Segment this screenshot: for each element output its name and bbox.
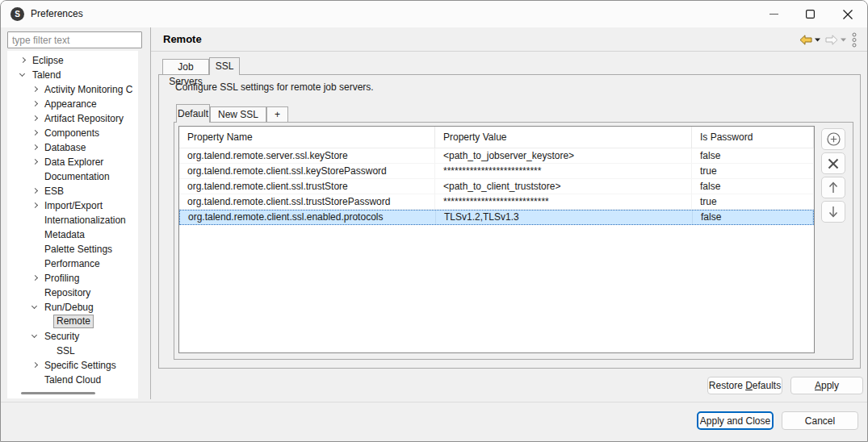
- filter-input[interactable]: [7, 31, 142, 48]
- chevron-right-icon[interactable]: [32, 188, 38, 194]
- arrow-up-icon: [828, 181, 838, 194]
- maximize-button[interactable]: [792, 1, 828, 27]
- delete-icon: [828, 158, 839, 169]
- forward-button[interactable]: [825, 35, 846, 45]
- cancel-button[interactable]: Cancel: [782, 411, 858, 430]
- tab-default[interactable]: Default: [176, 104, 210, 123]
- chevron-right-icon[interactable]: [32, 101, 38, 106]
- maximize-icon: [806, 10, 815, 19]
- minimize-icon: [769, 10, 778, 19]
- table-row[interactable]: org.talend.remote.client.ssl.keyStorePas…: [179, 164, 814, 179]
- chevron-down-icon[interactable]: [31, 332, 37, 338]
- forward-arrow-icon: [825, 35, 838, 45]
- apply-and-close-button[interactable]: Apply and Close: [697, 411, 774, 430]
- table-row[interactable]: org.talend.remote.server.ssl.keyStore <p…: [179, 148, 814, 164]
- title-bar: S Preferences: [1, 1, 867, 27]
- move-up-button[interactable]: [821, 177, 845, 198]
- apply-button[interactable]: Apply: [790, 377, 863, 394]
- chevron-right-icon[interactable]: [32, 144, 38, 150]
- preferences-tree: Eclipse Talend Activity Monitoring C App…: [7, 51, 138, 398]
- table-row[interactable]: org.talend.remote.client.ssl.trustStoreP…: [179, 194, 814, 210]
- talend-logo-icon: S: [10, 7, 24, 21]
- tab-new-ssl[interactable]: New SSL: [210, 106, 266, 123]
- chevron-right-icon[interactable]: [32, 130, 38, 136]
- bottom-separator: [1, 402, 868, 402]
- ssl-description: Configure SSL settings for remote job se…: [175, 81, 374, 93]
- ssl-properties-table: Property Name Property Value Is Password…: [178, 126, 815, 353]
- tree-horizontal-scrollbar[interactable]: [21, 392, 95, 394]
- chevron-right-icon[interactable]: [32, 202, 38, 208]
- arrow-down-icon: [828, 206, 838, 218]
- back-button[interactable]: [799, 35, 820, 45]
- header-separator: [151, 51, 868, 52]
- restore-defaults-button[interactable]: Restore Defaults: [707, 377, 782, 394]
- window-title: Preferences: [31, 8, 83, 19]
- table-row-selected[interactable]: org.talend.remote.client.ssl.enabled.pro…: [179, 210, 814, 225]
- column-header-is-password[interactable]: Is Password: [692, 127, 814, 148]
- back-dropdown-icon[interactable]: [815, 38, 820, 42]
- move-down-button[interactable]: [821, 201, 845, 223]
- chevron-right-icon[interactable]: [32, 159, 38, 165]
- chevron-right-icon[interactable]: [32, 86, 38, 92]
- chevron-down-icon[interactable]: [19, 71, 25, 77]
- column-header-property-value[interactable]: Property Value: [435, 127, 692, 148]
- column-header-property-name[interactable]: Property Name: [179, 127, 435, 148]
- tab-job-servers[interactable]: Job Servers: [162, 59, 209, 75]
- preferences-window: S Preferences Eclipse Talend Activity Mo…: [0, 0, 868, 442]
- chevron-right-icon[interactable]: [32, 115, 38, 121]
- forward-dropdown-icon[interactable]: [841, 38, 846, 42]
- back-arrow-icon: [799, 35, 812, 45]
- chevron-right-icon[interactable]: [32, 362, 38, 368]
- tab-ssl[interactable]: SSL: [209, 57, 240, 75]
- view-menu-icon[interactable]: [851, 32, 858, 48]
- chevron-down-icon[interactable]: [31, 303, 37, 309]
- table-row[interactable]: org.talend.remote.client.ssl.trustStore …: [179, 179, 814, 194]
- close-button[interactable]: [829, 1, 866, 27]
- delete-property-button[interactable]: [821, 152, 845, 174]
- add-property-button[interactable]: [821, 128, 845, 150]
- tab-add-new[interactable]: +: [266, 106, 288, 123]
- page-title: Remote: [163, 33, 202, 45]
- table-header-row: Property Name Property Value Is Password: [179, 127, 814, 148]
- page-header: Remote: [151, 27, 868, 51]
- minimize-button[interactable]: [756, 1, 792, 27]
- chevron-right-icon[interactable]: [32, 275, 38, 281]
- close-icon: [843, 10, 853, 19]
- sidebar-sash[interactable]: [150, 27, 151, 399]
- chevron-right-icon[interactable]: [20, 57, 26, 63]
- add-icon: [827, 132, 841, 146]
